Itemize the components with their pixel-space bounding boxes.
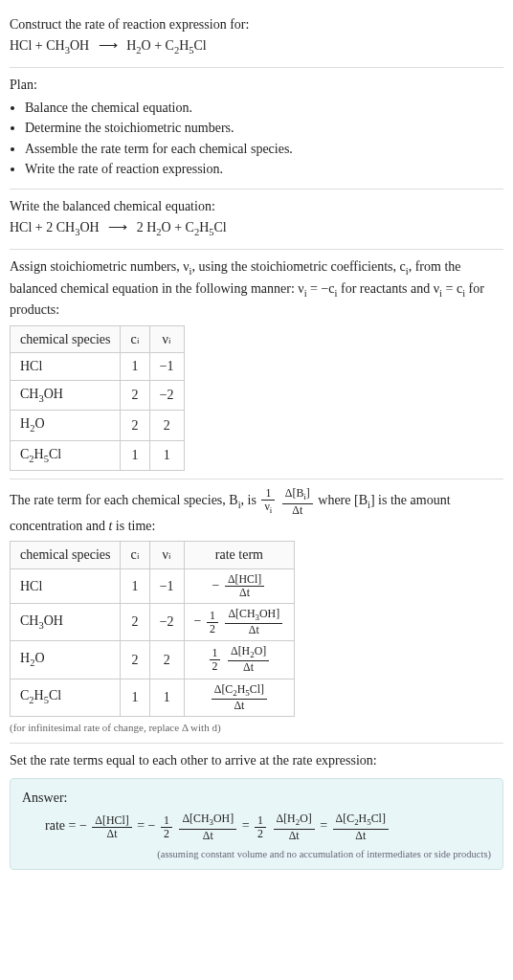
ci-cell: 1 <box>121 440 149 470</box>
balanced-section: Write the balanced chemical equation: HC… <box>10 189 503 250</box>
species-cell: C2H5Cl <box>11 440 121 470</box>
nui-cell: 1 <box>149 679 184 716</box>
stoich-table: chemical species cᵢ νᵢ HCl 1 −1 CH3OH 2 … <box>10 325 185 472</box>
ci-cell: 1 <box>121 353 149 381</box>
prompt-section: Construct the rate of reaction expressio… <box>10 8 503 68</box>
species-cell: HCl <box>11 353 121 381</box>
col-header: νᵢ <box>149 325 184 353</box>
rateterm-cell: Δ[C2H5Cl]Δt <box>184 679 295 716</box>
nui-cell: 2 <box>149 641 184 679</box>
answer-box: Answer: rate = − Δ[HCl]Δt = − 12 Δ[CH3OH… <box>10 778 503 871</box>
balanced-heading: Write the balanced chemical equation: <box>10 197 503 216</box>
species-cell: C2H5Cl <box>11 679 121 716</box>
ci-cell: 2 <box>121 641 149 679</box>
plan-section: Plan: Balance the chemical equation. Det… <box>10 68 503 189</box>
species-cell: CH3OH <box>11 603 121 640</box>
ci-cell: 2 <box>121 411 149 440</box>
nui-cell: −2 <box>149 603 184 640</box>
plan-item: Assemble the rate term for each chemical… <box>25 140 503 159</box>
table-row: H2O 2 2 12 Δ[H2O]Δt <box>11 641 295 679</box>
table-row: CH3OH 2 −2 <box>11 380 185 410</box>
rateterms-section: The rate term for each chemical species,… <box>10 479 503 744</box>
balanced-equation: HCl + 2 CH3OH ⟶ 2 H2O + C2H5Cl <box>10 218 503 239</box>
species-cell: H2O <box>11 641 121 679</box>
final-heading: Set the rate terms equal to each other t… <box>10 751 503 770</box>
rateterm-cell: 12 Δ[H2O]Δt <box>184 641 295 679</box>
nui-cell: −2 <box>149 380 184 410</box>
col-header: chemical species <box>11 542 121 569</box>
table-row: H2O 2 2 <box>11 411 185 440</box>
rateterm-cell: − Δ[HCl]Δt <box>184 568 295 603</box>
answer-expression: rate = − Δ[HCl]Δt = − 12 Δ[CH3OH]Δt = 12… <box>22 813 491 841</box>
col-header: chemical species <box>11 325 121 353</box>
prompt-title: Construct the rate of reaction expressio… <box>10 15 503 34</box>
table-row: HCl 1 −1 <box>11 353 185 381</box>
rateterms-note: (for infinitesimal rate of change, repla… <box>10 721 503 735</box>
table-row: C2H5Cl 1 1 <box>11 440 185 470</box>
species-cell: H2O <box>11 411 121 440</box>
plan-list: Balance the chemical equation. Determine… <box>10 99 503 179</box>
ci-cell: 1 <box>121 568 149 603</box>
col-header: rate term <box>184 542 295 569</box>
rateterms-heading: The rate term for each chemical species,… <box>10 487 503 535</box>
final-section: Set the rate terms equal to each other t… <box>10 744 503 770</box>
species-cell: CH3OH <box>11 380 121 410</box>
species-cell: HCl <box>11 568 121 603</box>
table-row: C2H5Cl 1 1 Δ[C2H5Cl]Δt <box>11 679 295 716</box>
prompt-equation: HCl + CH3OH ⟶ H2O + C2H5Cl <box>10 36 503 57</box>
plan-item: Determine the stoichiometric numbers. <box>25 119 503 138</box>
answer-label: Answer: <box>22 789 491 808</box>
ci-cell: 2 <box>121 380 149 410</box>
rateterm-cell: − 12 Δ[CH3OH]Δt <box>184 603 295 640</box>
col-header: cᵢ <box>121 325 149 353</box>
plan-item: Write the rate of reaction expression. <box>25 160 503 179</box>
rateterms-table: chemical species cᵢ νᵢ rate term HCl 1 −… <box>10 541 295 717</box>
answer-note: (assuming constant volume and no accumul… <box>22 848 491 862</box>
table-header-row: chemical species cᵢ νᵢ rate term <box>11 542 295 569</box>
table-row: HCl 1 −1 − Δ[HCl]Δt <box>11 568 295 603</box>
ci-cell: 2 <box>121 603 149 640</box>
nui-cell: 2 <box>149 411 184 440</box>
plan-item: Balance the chemical equation. <box>25 99 503 118</box>
table-row: CH3OH 2 −2 − 12 Δ[CH3OH]Δt <box>11 603 295 640</box>
nui-cell: −1 <box>149 353 184 381</box>
plan-heading: Plan: <box>10 76 503 95</box>
col-header: cᵢ <box>121 542 149 569</box>
table-header-row: chemical species cᵢ νᵢ <box>11 325 185 353</box>
stoich-heading: Assign stoichiometric numbers, νi, using… <box>10 257 503 320</box>
nui-cell: −1 <box>149 568 184 603</box>
nui-cell: 1 <box>149 440 184 470</box>
col-header: νᵢ <box>149 542 184 569</box>
ci-cell: 1 <box>121 679 149 716</box>
stoich-section: Assign stoichiometric numbers, νi, using… <box>10 250 503 479</box>
